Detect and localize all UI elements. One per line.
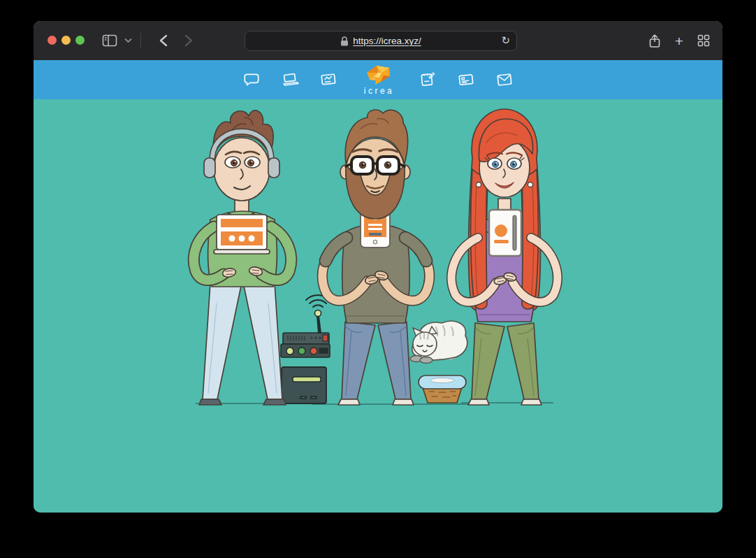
laptop-icon[interactable] [281, 71, 299, 89]
figure-woman-redhair [451, 109, 557, 405]
logo-gem-icon [364, 64, 392, 85]
lock-icon [340, 36, 349, 46]
sidebar-dropdown-icon[interactable] [124, 38, 132, 43]
reload-icon[interactable]: ↻ [501, 34, 510, 47]
laptop-device [214, 215, 270, 254]
hero-illustration [34, 99, 722, 513]
url-text[interactable]: https://icrea.xyz/ [353, 36, 421, 46]
sleeping-cat [410, 321, 467, 363]
url-bar[interactable]: https://icrea.xyz/ ↻ [245, 31, 517, 51]
sidebar-toggle-icon[interactable] [102, 34, 117, 48]
forward-button[interactable] [184, 34, 193, 47]
minimize-button[interactable] [61, 36, 71, 45]
close-button[interactable] [48, 36, 57, 45]
toolbar-divider [140, 33, 141, 48]
cat-basket [419, 375, 466, 403]
speaker-cabinet [282, 367, 326, 403]
chat-bubble-icon[interactable] [242, 71, 261, 89]
site-navbar: icrea [34, 60, 722, 99]
logo-text: icrea [362, 86, 395, 96]
tab-overview-icon[interactable] [697, 34, 710, 47]
back-button[interactable] [159, 34, 168, 47]
ground-line [196, 403, 553, 404]
traffic-lights [48, 36, 85, 45]
zoom-button[interactable] [75, 36, 85, 45]
credit-card-icon[interactable] [457, 71, 475, 89]
browser-window: https://icrea.xyz/ ↻ + [34, 21, 722, 513]
site-logo[interactable]: icrea [362, 64, 395, 96]
tablet-device [489, 210, 521, 256]
figure-man-headphones [194, 110, 291, 405]
share-icon[interactable] [648, 34, 661, 48]
envelope-icon[interactable] [495, 71, 514, 89]
title-bar: https://icrea.xyz/ ↻ + [34, 21, 722, 60]
stats-card-icon[interactable] [319, 71, 337, 89]
new-tab-icon[interactable]: + [675, 34, 683, 48]
notepad-pencil-icon[interactable] [419, 71, 437, 89]
wifi-router [281, 295, 330, 357]
